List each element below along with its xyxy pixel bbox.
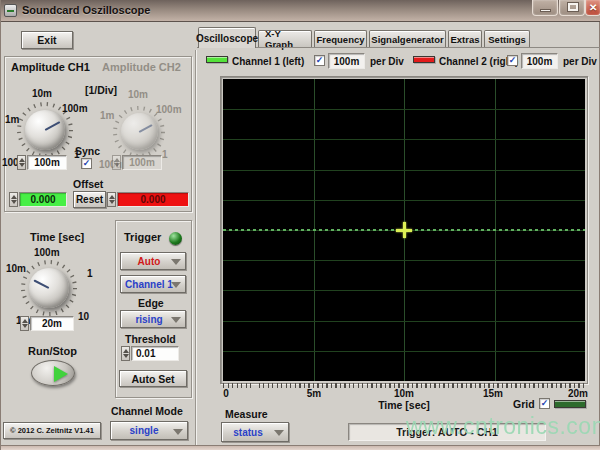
amplitude-ch1-spinner[interactable]: [17, 155, 26, 170]
time-spinner[interactable]: [20, 316, 29, 331]
time-knob[interactable]: [29, 268, 69, 308]
channel1-perdiv-label: per Div: [370, 56, 404, 67]
tab-settings[interactable]: Settings: [484, 30, 530, 47]
threshold-value[interactable]: 0.01: [131, 346, 179, 361]
edge-label: Edge: [138, 297, 164, 309]
sync-label: Sync: [75, 145, 100, 157]
scope-frame: [220, 76, 588, 384]
threshold-label: Threshold: [125, 333, 176, 345]
sync-check-icon: ✓: [83, 158, 91, 168]
trigger-edge-dropdown[interactable]: rising: [120, 310, 186, 328]
channel2-color-swatch: [413, 56, 435, 63]
amplitude-ch2-value: 100m: [122, 155, 162, 170]
grid-check-icon: ✓: [541, 398, 549, 408]
run-stop-label: Run/Stop: [28, 345, 77, 357]
offset-ch2-value[interactable]: 0.000: [117, 192, 189, 207]
offset-ch2-spinner[interactable]: [107, 192, 116, 207]
threshold-spinner[interactable]: [121, 346, 130, 361]
x-tick-20m: 20m: [568, 388, 588, 399]
scope-plot-area[interactable]: [223, 79, 585, 381]
channel2-check-icon: ✓: [509, 55, 517, 65]
grid-line: [223, 139, 585, 140]
tab-xy-graph[interactable]: X-Y Graph: [258, 30, 312, 47]
grid-line: [223, 260, 585, 261]
play-icon: [54, 366, 68, 382]
tab-frequency[interactable]: Frequency: [314, 30, 367, 47]
amplitude-unit-label: [1/Div]: [85, 84, 117, 96]
x-axis-label: Time [sec]: [378, 399, 430, 411]
amp2-scale-1m: 1m: [100, 110, 114, 121]
channel2-perdiv-label: per Div: [563, 56, 597, 67]
x-tick-15m: 15m: [483, 388, 503, 399]
trigger-mode-value: Auto: [138, 256, 161, 267]
grid-line: [223, 200, 585, 201]
panel-divider: [195, 50, 197, 445]
window-bottom-edge: [1, 445, 600, 450]
trigger-source-dropdown[interactable]: Channel 1: [120, 275, 186, 293]
minimize-icon: [540, 9, 551, 12]
trigger-mode-dropdown[interactable]: Auto: [120, 252, 186, 270]
time-scale-10: 10: [78, 311, 89, 322]
time-value[interactable]: 20m: [30, 316, 74, 331]
grid-label: Grid: [513, 398, 535, 410]
channel1-scale-field[interactable]: 100m: [328, 53, 365, 69]
trigger-edge-value: rising: [135, 314, 162, 325]
grid-color-swatch[interactable]: [554, 400, 586, 408]
grid-checkbox[interactable]: ✓: [539, 398, 550, 409]
offset-reset-button[interactable]: Reset: [73, 191, 106, 208]
amp1-scale-1m: 1m: [5, 114, 19, 125]
amp2-scale-1: 1: [162, 149, 168, 160]
measure-value: status: [233, 427, 262, 438]
channel1-checkbox[interactable]: ✓: [314, 55, 325, 66]
app-window: Soundcard Oszilloscope ✕ Exit Amplitude …: [0, 0, 600, 450]
channel1-label: Channel 1 (left): [232, 56, 304, 67]
time-scale-1: 1: [87, 268, 93, 279]
grid-line: [223, 170, 585, 171]
sync-checkbox[interactable]: ✓: [81, 158, 92, 169]
channel1-check-icon: ✓: [316, 55, 324, 65]
title-bar[interactable]: Soundcard Oszilloscope ✕: [1, 0, 600, 22]
close-button[interactable]: ✕: [585, 0, 600, 16]
chevron-down-icon: [171, 259, 181, 265]
offset-label: Offset: [73, 178, 103, 190]
channel2-scale-field[interactable]: 100m: [521, 53, 558, 69]
chevron-down-icon: [274, 430, 284, 436]
x-tick-0: 0: [223, 388, 229, 399]
offset-ch1-value[interactable]: 0.000: [19, 192, 67, 207]
channel1-color-swatch: [206, 56, 228, 63]
amp1-scale-10m: 10m: [32, 88, 52, 99]
measure-dropdown[interactable]: status: [221, 422, 289, 442]
maximize-button[interactable]: [559, 0, 585, 16]
amplitude-ch2-title: Amplitude CH2: [102, 61, 181, 73]
watermark: www.cntronics.com: [406, 413, 600, 440]
tab-extras[interactable]: Extras: [448, 30, 482, 47]
exit-button[interactable]: Exit: [21, 31, 73, 49]
window-title: Soundcard Oszilloscope: [22, 4, 150, 16]
autoset-button[interactable]: Auto Set: [119, 370, 187, 387]
measure-label: Measure: [225, 408, 268, 420]
scope-cursor[interactable]: [403, 222, 406, 238]
amplitude-ch1-value[interactable]: 100m: [27, 155, 67, 170]
run-stop-button[interactable]: [31, 360, 75, 386]
grid-line: [223, 321, 585, 322]
trigger-source-value: Channel 1: [125, 279, 173, 290]
offset-ch1-spinner[interactable]: [9, 192, 18, 207]
amplitude-ch2-spinner[interactable]: [112, 155, 121, 170]
chevron-down-icon: [171, 282, 181, 288]
channel-mode-label: Channel Mode: [111, 405, 183, 417]
tab-oscilloscope[interactable]: Oscilloscope: [198, 27, 256, 48]
amp2-scale-10m: 10m: [128, 89, 148, 100]
minimize-button[interactable]: [532, 0, 558, 16]
channel-mode-dropdown[interactable]: single: [110, 421, 188, 440]
chevron-down-icon: [173, 429, 183, 435]
tab-signalgenerator[interactable]: Signalgenerator: [369, 30, 446, 47]
channel2-checkbox[interactable]: ✓: [507, 55, 518, 66]
chevron-down-icon: [171, 317, 181, 323]
close-icon: ✕: [589, 2, 597, 13]
amplitude-ch1-title: Amplitude CH1: [11, 61, 90, 73]
copyright-label: © 2012 C. Zeitnitz V1.41: [3, 422, 101, 439]
grid-line: [223, 290, 585, 291]
time-scale-100m: 100m: [34, 247, 60, 258]
channel-mode-value: single: [130, 425, 159, 436]
trigger-led: [169, 232, 182, 245]
